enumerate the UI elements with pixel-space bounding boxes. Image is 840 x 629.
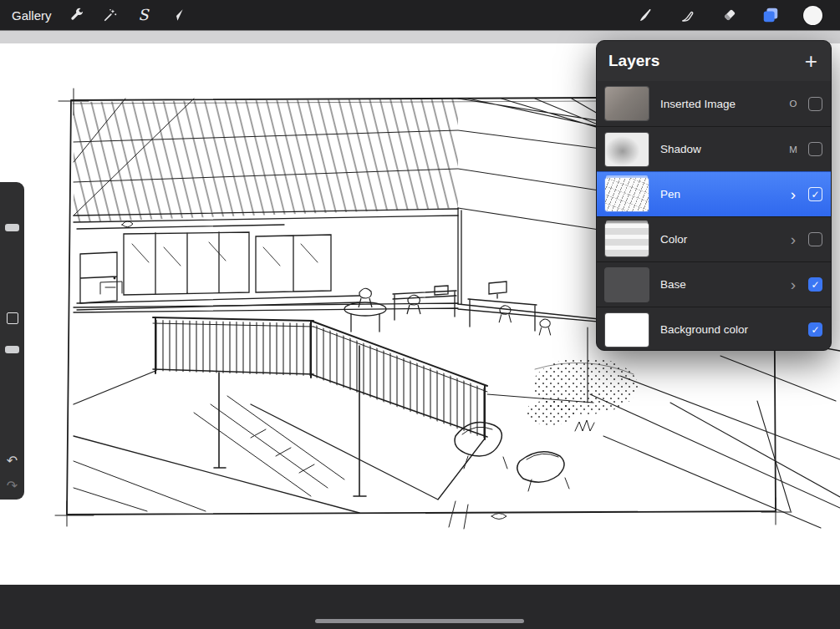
layers-panel-header: Layers + bbox=[597, 41, 831, 81]
opacity-slider[interactable] bbox=[5, 346, 19, 353]
layer-thumbnail[interactable] bbox=[605, 268, 649, 302]
home-indicator[interactable] bbox=[315, 619, 524, 623]
layers-button[interactable] bbox=[750, 0, 792, 30]
layer-row-background-color[interactable]: Background color ✓ bbox=[597, 307, 831, 351]
eraser-icon bbox=[720, 7, 738, 24]
layers-title: Layers bbox=[608, 52, 803, 70]
brush-size-slider[interactable] bbox=[5, 224, 19, 231]
top-toolbar: Gallery S bbox=[0, 0, 840, 30]
toolbar-left-group: Gallery S bbox=[0, 0, 194, 30]
selection-button[interactable]: S bbox=[127, 0, 160, 30]
check-icon: ✓ bbox=[811, 280, 819, 290]
layers-panel: Layers + Inserted Image O ✓ Shadow M ✓ P… bbox=[596, 40, 832, 351]
transform-arrow-icon bbox=[169, 7, 186, 23]
layer-thumbnail[interactable] bbox=[605, 223, 649, 256]
check-icon: ✓ bbox=[811, 325, 819, 335]
wrench-icon bbox=[69, 7, 85, 23]
toolbar-right-group bbox=[624, 0, 840, 30]
layer-thumbnail[interactable] bbox=[605, 313, 649, 347]
magic-wand-icon bbox=[102, 7, 119, 23]
layer-thumbnail[interactable] bbox=[605, 133, 649, 166]
gallery-button[interactable]: Gallery bbox=[0, 8, 60, 23]
layer-row-shadow[interactable]: Shadow M ✓ bbox=[597, 126, 831, 171]
transform-button[interactable] bbox=[160, 0, 194, 30]
adjustments-button[interactable] bbox=[94, 0, 127, 30]
layer-visibility-checkbox[interactable]: ✓ bbox=[808, 142, 822, 156]
layer-visibility-checkbox[interactable]: ✓ bbox=[808, 187, 822, 201]
paint-button[interactable] bbox=[624, 0, 666, 30]
layer-thumbnail[interactable] bbox=[605, 178, 649, 211]
brush-icon bbox=[637, 7, 654, 24]
layer-visibility-checkbox[interactable]: ✓ bbox=[808, 97, 822, 111]
blend-mode-badge[interactable]: M bbox=[785, 145, 802, 155]
color-swatch bbox=[803, 6, 822, 25]
layer-name: Background color bbox=[660, 323, 785, 336]
undo-button[interactable]: ↶ bbox=[0, 454, 24, 468]
layer-visibility-checkbox[interactable]: ✓ bbox=[808, 277, 822, 292]
layer-visibility-checkbox[interactable]: ✓ bbox=[808, 322, 822, 337]
smudge-icon bbox=[679, 7, 696, 24]
redo-button[interactable]: ↷ bbox=[0, 479, 24, 493]
modify-button[interactable] bbox=[7, 312, 18, 324]
layer-row-inserted-image[interactable]: Inserted Image O ✓ bbox=[597, 81, 831, 126]
layer-name: Pen bbox=[660, 188, 785, 200]
layer-name: Color bbox=[660, 233, 785, 246]
sidebar-tools: ↶ ↷ bbox=[0, 182, 24, 500]
layer-row-color[interactable]: Color › ✓ bbox=[597, 216, 831, 261]
erase-button[interactable] bbox=[708, 0, 750, 30]
layer-name: Shadow bbox=[660, 143, 785, 155]
add-layer-button[interactable]: + bbox=[803, 50, 819, 72]
check-icon: ✓ bbox=[811, 190, 819, 200]
expand-group-chevron-icon[interactable]: › bbox=[785, 186, 802, 202]
expand-group-chevron-icon[interactable]: › bbox=[785, 276, 802, 292]
expand-group-chevron-icon[interactable]: › bbox=[785, 231, 802, 247]
layer-row-pen[interactable]: Pen › ✓ bbox=[597, 171, 831, 216]
layer-name: Base bbox=[660, 278, 785, 291]
layer-row-base[interactable]: Base › ✓ bbox=[597, 261, 831, 307]
layer-name: Inserted Image bbox=[660, 98, 785, 110]
actions-wrench-button[interactable] bbox=[60, 0, 94, 30]
layers-icon bbox=[761, 6, 780, 24]
smudge-button[interactable] bbox=[666, 0, 708, 30]
selection-s-icon: S bbox=[138, 8, 148, 23]
layer-thumbnail[interactable] bbox=[605, 87, 649, 120]
blend-mode-badge[interactable]: O bbox=[785, 99, 802, 109]
color-button[interactable] bbox=[792, 0, 833, 30]
layer-visibility-checkbox[interactable]: ✓ bbox=[808, 232, 822, 246]
